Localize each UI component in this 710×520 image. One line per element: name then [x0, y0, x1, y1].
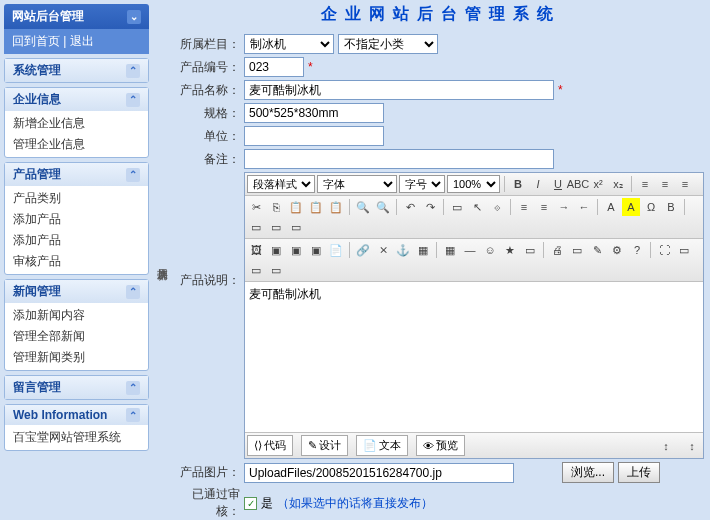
super-icon[interactable]: x²	[589, 175, 607, 193]
format-select[interactable]: 段落样式	[247, 175, 315, 193]
panel-item[interactable]: 新增企业信息	[9, 113, 144, 134]
panel-item[interactable]: 审核产品	[9, 251, 144, 272]
more3-icon[interactable]: ▭	[287, 218, 305, 236]
bold-icon[interactable]: B	[509, 175, 527, 193]
emoji-icon[interactable]: ☺	[481, 241, 499, 259]
align-right-icon[interactable]: ≡	[676, 175, 694, 193]
panel-item[interactable]: 添加新闻内容	[9, 305, 144, 326]
image-input[interactable]	[244, 463, 514, 483]
name-input[interactable]	[244, 80, 554, 100]
panel-head[interactable]: 系统管理⌃	[5, 59, 148, 82]
extra1-icon[interactable]: ▭	[675, 241, 693, 259]
toggle-icon[interactable]: ⌃	[126, 64, 140, 78]
indent-icon[interactable]: →	[555, 198, 573, 216]
screen-switch-tab[interactable]: 屏幕切换	[153, 258, 172, 262]
unlink-icon[interactable]: ⨯	[374, 241, 392, 259]
help-icon[interactable]: ?	[628, 241, 646, 259]
paste3-icon[interactable]: 📋	[327, 198, 345, 216]
max-icon[interactable]: ⛶	[655, 241, 673, 259]
hr-icon[interactable]: —	[461, 241, 479, 259]
extra3-icon[interactable]: ▭	[267, 261, 285, 279]
undo-icon[interactable]: ↶	[401, 198, 419, 216]
toggle-icon[interactable]: ⌃	[126, 408, 140, 422]
media3-icon[interactable]: ▣	[307, 241, 325, 259]
strike-icon[interactable]: ABC	[569, 175, 587, 193]
collapse-icon[interactable]: ↕	[683, 437, 701, 455]
panel-item[interactable]: 管理新闻类别	[9, 347, 144, 368]
outdent-icon[interactable]: ←	[575, 198, 593, 216]
extra2-icon[interactable]: ▭	[247, 261, 265, 279]
zoom-select[interactable]: 100%	[447, 175, 500, 193]
cut-icon[interactable]: ✂	[247, 198, 265, 216]
panel-item[interactable]: 添加产品	[9, 209, 144, 230]
copy-icon[interactable]: ⎘	[267, 198, 285, 216]
char-icon[interactable]: Ω	[642, 198, 660, 216]
special-icon[interactable]: ★	[501, 241, 519, 259]
select-icon[interactable]: ▭	[448, 198, 466, 216]
spec-input[interactable]	[244, 103, 384, 123]
panel-item[interactable]: 产品类别	[9, 188, 144, 209]
ol-icon[interactable]: ≡	[515, 198, 533, 216]
clean-icon[interactable]: ✎	[588, 241, 606, 259]
italic-icon[interactable]: I	[529, 175, 547, 193]
panel-head[interactable]: 新闻管理⌃	[5, 280, 148, 303]
media1-icon[interactable]: ▣	[267, 241, 285, 259]
print-icon[interactable]: 🖨	[548, 241, 566, 259]
panel-item[interactable]: 管理企业信息	[9, 134, 144, 155]
size-select[interactable]: 字号	[399, 175, 445, 193]
anchor-icon[interactable]: ⚓	[394, 241, 412, 259]
ul-icon[interactable]: ≡	[535, 198, 553, 216]
mode-design[interactable]: ✎ 设计	[301, 435, 348, 456]
table-icon[interactable]: ▦	[441, 241, 459, 259]
more1-icon[interactable]: ▭	[247, 218, 265, 236]
category-select-1[interactable]: 制冰机	[244, 34, 334, 54]
toggle-icon[interactable]: ⌃	[126, 285, 140, 299]
align-center-icon[interactable]: ≡	[656, 175, 674, 193]
panel-item[interactable]: 管理全部新闻	[9, 326, 144, 347]
editor-content[interactable]: 麦可酷制冰机	[245, 282, 703, 432]
remark-input[interactable]	[244, 149, 554, 169]
panel-head[interactable]: 产品管理⌃	[5, 163, 148, 186]
ref-icon[interactable]: ⟐	[488, 198, 506, 216]
bgcolor-icon[interactable]: A	[622, 198, 640, 216]
collapse-icon[interactable]: ⌄	[127, 10, 141, 24]
fgcolor-icon[interactable]: A	[602, 198, 620, 216]
img-icon[interactable]: 🖼	[247, 241, 265, 259]
code-input[interactable]	[244, 57, 304, 77]
panel-head[interactable]: 留言管理⌃	[5, 376, 148, 399]
mode-text[interactable]: 📄 文本	[356, 435, 408, 456]
map-icon[interactable]: ▦	[414, 241, 432, 259]
replace-icon[interactable]: 🔍	[374, 198, 392, 216]
logout-link[interactable]: 退出	[70, 34, 94, 48]
toggle-icon[interactable]: ⌃	[126, 93, 140, 107]
link-icon[interactable]: 🔗	[354, 241, 372, 259]
mode-code[interactable]: ⟨⟩ 代码	[247, 435, 293, 456]
mode-preview[interactable]: 👁 预览	[416, 435, 465, 456]
media2-icon[interactable]: ▣	[287, 241, 305, 259]
panel-item[interactable]: 添加产品	[9, 230, 144, 251]
panel-head[interactable]: Web Information⌃	[5, 405, 148, 425]
paste-icon[interactable]: 📋	[287, 198, 305, 216]
unit-input[interactable]	[244, 126, 384, 146]
expand-icon[interactable]: ↕	[657, 437, 675, 455]
browse-button[interactable]: 浏览...	[562, 462, 614, 483]
form-icon[interactable]: ▭	[568, 241, 586, 259]
font-select[interactable]: 字体	[317, 175, 397, 193]
page-icon[interactable]: ▭	[521, 241, 539, 259]
opt-icon[interactable]: ⚙	[608, 241, 626, 259]
panel-head[interactable]: 企业信息⌃	[5, 88, 148, 111]
file-icon[interactable]: 📄	[327, 241, 345, 259]
home-link[interactable]: 回到首页	[12, 34, 60, 48]
cursor-icon[interactable]: ↖	[468, 198, 486, 216]
redo-icon[interactable]: ↷	[421, 198, 439, 216]
sub-icon[interactable]: x₂	[609, 175, 627, 193]
case-icon[interactable]: B	[662, 198, 680, 216]
align-left-icon[interactable]: ≡	[636, 175, 654, 193]
paste2-icon[interactable]: 📋	[307, 198, 325, 216]
approved-checkbox[interactable]: ✓	[244, 497, 257, 510]
panel-item[interactable]: 百宝堂网站管理系统	[9, 427, 144, 448]
toggle-icon[interactable]: ⌃	[126, 381, 140, 395]
more2-icon[interactable]: ▭	[267, 218, 285, 236]
underline-icon[interactable]: U	[549, 175, 567, 193]
upload-button[interactable]: 上传	[618, 462, 660, 483]
